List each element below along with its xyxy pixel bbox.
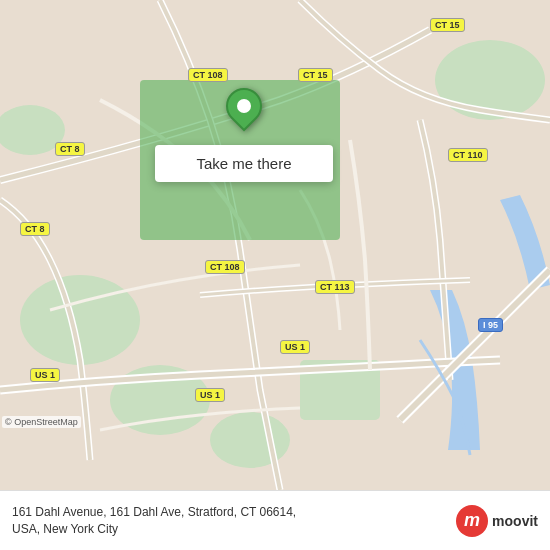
address-line2: USA, New York City	[12, 522, 118, 536]
road-badge-ct15-top: CT 15	[430, 18, 465, 32]
moovit-logo: m moovit	[456, 505, 538, 537]
address-line1: 161 Dahl Avenue, 161 Dahl Ave, Stratford…	[12, 505, 296, 519]
map-svg	[0, 0, 550, 490]
take-me-there-button[interactable]: Take me there	[155, 145, 333, 182]
road-badge-us1a: US 1	[30, 368, 60, 382]
road-badge-i95: I 95	[478, 318, 503, 332]
map-container: CT 15 CT 108 CT 15 CT 8 CT 8 CT 110 CT 1…	[0, 0, 550, 490]
moovit-icon: m	[456, 505, 488, 537]
road-badge-ct110: CT 110	[448, 148, 488, 162]
location-pin	[226, 88, 262, 132]
moovit-brand-name: moovit	[492, 513, 538, 529]
road-badge-ct108-top: CT 108	[188, 68, 228, 82]
road-badge-ct8: CT 8	[55, 142, 85, 156]
road-badge-ct15-mid: CT 15	[298, 68, 333, 82]
road-badge-ct8b: CT 8	[20, 222, 50, 236]
road-badge-ct108b: CT 108	[205, 260, 245, 274]
svg-point-6	[210, 412, 290, 468]
address-text: 161 Dahl Avenue, 161 Dahl Ave, Stratford…	[12, 504, 456, 538]
road-badge-us1b: US 1	[195, 388, 225, 402]
osm-attribution: © OpenStreetMap	[2, 416, 81, 428]
info-bar: 161 Dahl Avenue, 161 Dahl Ave, Stratford…	[0, 490, 550, 550]
road-badge-ct113: CT 113	[315, 280, 355, 294]
svg-point-4	[435, 40, 545, 120]
road-badge-us1c: US 1	[280, 340, 310, 354]
